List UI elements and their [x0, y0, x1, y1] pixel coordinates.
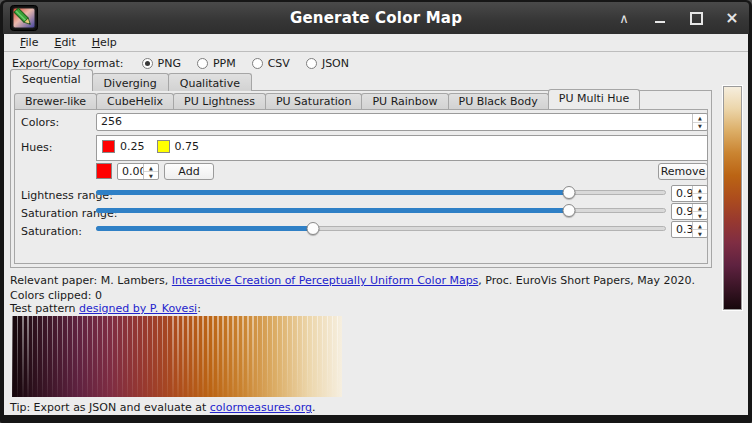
colors-clipped-label: Colors clipped: [10, 289, 92, 302]
tab-pu-black-body[interactable]: PU Black Body [448, 93, 549, 109]
spin-up-icon[interactable]: ▲ [693, 204, 707, 212]
radio-ppm-icon [197, 58, 208, 69]
tab-qualitative[interactable]: Qualitative [168, 73, 252, 91]
radio-ppm-label: PPM [213, 57, 236, 70]
slider-fill [96, 190, 569, 195]
app-window: Generate Color Map ∧ × File Edit Help Ex… [0, 0, 752, 423]
radio-csv-icon [252, 58, 263, 69]
saturation-range-value[interactable]: 0.95 [672, 204, 692, 219]
titlebar: Generate Color Map ∧ × [3, 2, 749, 34]
maximize-window-icon[interactable] [689, 11, 703, 25]
hues-label: Hues: [21, 141, 52, 154]
spin-buttons: ▲ ▼ [692, 186, 707, 201]
add-hue-button[interactable]: Add [164, 163, 214, 180]
tip-suffix: . [312, 401, 316, 414]
lightness-range-spinbox[interactable]: 0.95 ▲ ▼ [671, 185, 708, 202]
tab-pu-rainbow[interactable]: PU Rainbow [361, 93, 448, 109]
hue-editor-spinbox[interactable]: 0.00 ▲ ▼ [117, 163, 159, 180]
test-pattern-suffix: : [197, 302, 201, 315]
slider-handle[interactable] [306, 222, 319, 235]
shade-window-icon[interactable]: ∧ [617, 11, 631, 25]
slider-handle[interactable] [563, 204, 576, 217]
saturation-label: Saturation: [21, 225, 82, 238]
tab-pu-saturation[interactable]: PU Saturation [265, 93, 363, 109]
radio-ppm[interactable]: PPM [197, 57, 236, 70]
remove-hue-button[interactable]: Remove [658, 163, 708, 180]
hue-list-item[interactable]: 0.75 [157, 140, 200, 153]
radio-json-label: JSON [322, 57, 349, 70]
saturation-value[interactable]: 0.38 [672, 222, 692, 237]
test-pattern-image [12, 316, 342, 397]
sequential-panel: Brewer-like CubeHelix PU Lightness PU Sa… [10, 90, 712, 268]
relevant-paper-line: Relevant paper: M. Lambers, Interactive … [10, 274, 695, 287]
hue-value: 0.25 [120, 140, 145, 153]
colormeasures-link[interactable]: colormeasures.org [210, 401, 312, 414]
colors-spin-buttons: ▲ ▼ [692, 114, 707, 130]
spin-up-icon[interactable]: ▲ [693, 222, 707, 230]
saturation-range-slider[interactable] [96, 204, 666, 217]
paper-link[interactable]: Interactive Creation of Perceptually Uni… [172, 274, 479, 287]
tab-brewer-like[interactable]: Brewer-like [14, 93, 97, 109]
spin-down-icon[interactable]: ▼ [693, 230, 707, 237]
menubar: File Edit Help [4, 34, 748, 52]
tip-line: Tip: Export as JSON and evaluate at colo… [10, 401, 315, 414]
export-format-label: Export/Copy format: [12, 57, 124, 70]
spin-buttons: ▲ ▼ [692, 222, 707, 237]
minimize-window-icon[interactable] [653, 11, 667, 25]
paper-text-suffix: , Proc. EuroVis Short Papers, May 2020. [478, 274, 695, 287]
spin-up-icon[interactable]: ▲ [693, 114, 707, 123]
sub-tab-bar: Brewer-like CubeHelix PU Lightness PU Sa… [14, 92, 639, 109]
colors-label: Colors: [21, 116, 59, 129]
tab-cubehelix[interactable]: CubeHelix [96, 93, 174, 109]
spin-buttons: ▲ ▼ [692, 204, 707, 219]
spin-down-icon[interactable]: ▼ [693, 212, 707, 219]
hue-list-item[interactable]: 0.25 [102, 140, 145, 153]
colors-value[interactable]: 256 [97, 114, 692, 130]
saturation-spinbox[interactable]: 0.38 ▲ ▼ [671, 221, 708, 238]
colors-clipped-line: Colors clipped: 0 [10, 289, 102, 302]
radio-png-label: PNG [158, 57, 181, 70]
tab-sequential[interactable]: Sequential [10, 69, 93, 91]
slider-handle[interactable] [563, 186, 576, 199]
colors-clipped-value: 0 [95, 289, 102, 302]
pu-multi-hue-panel: Colors: 256 ▲ ▼ Hues: 0.25 0.75 [14, 109, 708, 264]
hue-editor-value[interactable]: 0.00 [118, 164, 143, 179]
colors-spinbox[interactable]: 256 ▲ ▼ [96, 113, 708, 131]
test-pattern-stripes [12, 316, 342, 397]
tab-pu-lightness[interactable]: PU Lightness [173, 93, 266, 109]
hue-editor-spin-buttons: ▲ ▼ [143, 164, 158, 179]
hue-editor-color-button[interactable] [96, 163, 112, 179]
tip-prefix: Tip: Export as JSON and evaluate at [10, 401, 210, 414]
saturation-range-spinbox[interactable]: 0.95 ▲ ▼ [671, 203, 708, 220]
radio-csv-label: CSV [268, 57, 290, 70]
lightness-range-value[interactable]: 0.95 [672, 186, 692, 201]
colormap-preview-strip [722, 85, 743, 311]
hue-color-swatch [102, 140, 115, 153]
spin-down-icon[interactable]: ▼ [144, 172, 158, 179]
hue-value: 0.75 [175, 140, 200, 153]
saturation-slider[interactable] [96, 222, 666, 235]
kovesi-link[interactable]: designed by P. Kovesi [79, 302, 197, 315]
menu-edit[interactable]: Edit [46, 35, 83, 50]
tab-diverging[interactable]: Diverging [92, 73, 169, 91]
lightness-range-slider[interactable] [96, 186, 666, 199]
spin-down-icon[interactable]: ▼ [693, 123, 707, 131]
spin-up-icon[interactable]: ▲ [693, 186, 707, 194]
menu-help[interactable]: Help [84, 35, 125, 50]
radio-json-icon [306, 58, 317, 69]
menu-file[interactable]: File [12, 35, 46, 50]
slider-fill [96, 208, 569, 213]
hues-list[interactable]: 0.25 0.75 [96, 135, 708, 161]
paper-text-prefix: Relevant paper: M. Lambers, [10, 274, 172, 287]
radio-png[interactable]: PNG [142, 57, 181, 70]
radio-csv[interactable]: CSV [252, 57, 290, 70]
spin-down-icon[interactable]: ▼ [693, 194, 707, 201]
hue-color-swatch [157, 140, 170, 153]
tab-pu-multi-hue[interactable]: PU Multi Hue [548, 89, 641, 109]
spin-up-icon[interactable]: ▲ [144, 164, 158, 172]
window-controls: ∧ × [617, 2, 739, 34]
radio-png-icon [142, 58, 153, 69]
main-tab-bar: Sequential Diverging Qualitative [10, 73, 251, 91]
close-window-icon[interactable]: × [725, 11, 739, 25]
radio-json[interactable]: JSON [306, 57, 349, 70]
